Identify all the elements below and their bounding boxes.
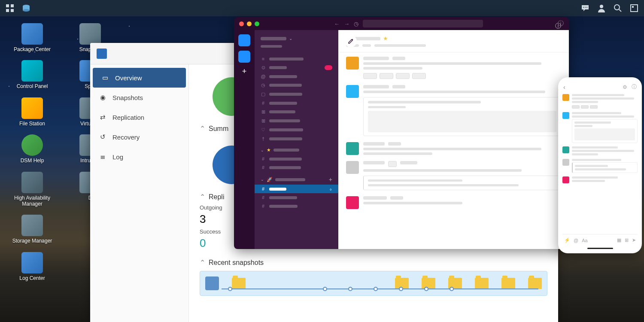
close-icon[interactable] [239,21,244,26]
avatar[interactable] [346,196,359,209]
avatar[interactable] [562,112,569,119]
app-label: DSM Help [21,158,44,164]
channel-item[interactable]: ◷ [255,81,338,90]
message-attachment[interactable] [363,176,561,190]
settings-icon[interactable]: ⚙ [623,84,627,90]
folder-icon [501,278,515,289]
svg-point-6 [23,9,30,12]
channel-prefix-icon: ⊙ [261,65,266,70]
nav-back-icon[interactable]: ← [334,21,340,27]
add-channel-icon[interactable]: + [329,176,332,183]
minimize-icon[interactable] [247,21,252,26]
desktop-icon[interactable]: Package Center [9,21,56,54]
desktop-icon[interactable]: Log Center [9,250,56,283]
channel-item[interactable]: # [255,99,338,107]
user-icon[interactable] [596,3,607,14]
desktop-icon[interactable]: Control Panel [9,58,56,91]
slack-titlebar[interactable]: ← → ◷ ⓘ [234,17,569,30]
sidebar-item-recovery[interactable]: ↺Recovery [90,127,188,147]
star-icon[interactable]: ★ [383,35,388,42]
info-icon[interactable]: ⓘ [555,22,561,30]
mobile-message-list[interactable] [562,94,638,234]
folder-icon [422,278,435,289]
avatar[interactable] [346,142,359,155]
avatar[interactable] [562,176,569,183]
channel-item[interactable]: @ [255,72,338,81]
channel-item[interactable]: # [255,202,338,210]
channel-item[interactable]: ♡ [255,125,338,134]
sidebar-item-log[interactable]: ≣Log [90,147,188,167]
composer-icon[interactable]: ▦ [617,237,621,243]
channel-item[interactable]: ≡ [255,55,338,63]
maximize-icon[interactable] [255,21,259,26]
section-recent-snapshots[interactable]: ⌃Recent snapshots [200,258,547,267]
reaction[interactable] [380,73,393,79]
workspace-switcher[interactable] [238,34,250,46]
drive-icon[interactable] [21,3,32,14]
avatar[interactable] [562,146,569,153]
composer-icon[interactable]: ➤ [632,237,636,243]
channel-item[interactable]: ▢ [255,90,338,99]
compose-button[interactable] [345,35,357,47]
chat-icon[interactable] [580,3,591,14]
reaction[interactable] [412,73,426,79]
desktop-icon[interactable]: Storage Manager [9,213,56,246]
channel-name [269,84,302,87]
sidebar-section-channels[interactable]: ⌄🚀+ [255,172,338,185]
apps-menu-icon[interactable] [4,3,15,14]
channel-name [269,75,297,78]
avatar[interactable] [346,57,359,70]
channel-prefix-icon: # [261,100,266,106]
channel-item[interactable]: ⊙ [255,63,338,72]
message-pane: ★ ⓘ [338,30,569,249]
avatar[interactable] [562,159,569,166]
reaction[interactable] [363,73,377,79]
search-icon[interactable] [612,3,623,14]
channel-item[interactable]: # [255,193,338,202]
svg-rect-13 [631,5,638,12]
workspace-header[interactable]: ⌄ [255,33,338,43]
avatar[interactable] [346,85,359,98]
channel-item[interactable]: # [255,163,338,172]
sidebar-item-replication[interactable]: ⇄Replication [90,107,188,127]
channel-header: ★ ⓘ [338,30,569,52]
message-attachment[interactable] [363,97,561,136]
sidebar-item-overview[interactable]: ▭Overview [93,68,186,88]
add-workspace-icon[interactable]: + [242,67,247,76]
composer-icon[interactable]: ⊞ [625,237,629,243]
channel-name [269,166,301,169]
reaction[interactable] [396,73,410,79]
desktop-icon[interactable]: DSM Help [9,133,56,165]
composer-icon[interactable]: ⚡ [564,237,570,243]
sidebar-item-snapshots[interactable]: ◉Snapshots [90,88,188,107]
nav-label: Replication [112,114,144,121]
avatar[interactable] [562,94,569,101]
mobile-composer[interactable]: ⚡@Aa▦⊞➤ [562,234,638,246]
channel-name [269,196,297,199]
sidebar-section-starred[interactable]: ⌄★ [255,143,338,155]
search-input[interactable] [363,20,483,27]
back-icon[interactable]: ‹ [563,84,565,91]
channel-item[interactable]: ⊞ [255,116,338,125]
snapshot-timeline[interactable] [200,271,547,296]
info-icon[interactable]: ⓘ [632,83,637,91]
composer-icon[interactable]: Aa [582,238,587,243]
app-label: Storage Manager [12,238,52,244]
app-icon [21,172,43,193]
chevron-down-icon: ⌃ [200,258,205,267]
history-icon[interactable]: ◷ [354,21,358,27]
channel-item[interactable]: ⊞ [255,107,338,116]
nav-forward-icon[interactable]: → [344,21,349,27]
avatar[interactable] [346,161,359,174]
composer-icon[interactable]: @ [574,238,578,243]
workspace-switcher[interactable] [238,51,250,63]
channel-item[interactable]: #⬨ [255,185,338,193]
desktop-icons-col1: Package CenterControl PanelFile StationD… [9,21,56,283]
widget-icon[interactable] [629,3,640,14]
message [346,85,561,136]
channel-item[interactable]: † [255,134,338,143]
desktop-icon[interactable]: File Station [9,96,56,128]
desktop-icon[interactable]: High Availability Manager [9,170,56,209]
message-list[interactable] [338,52,569,249]
channel-item[interactable]: # [255,155,338,163]
